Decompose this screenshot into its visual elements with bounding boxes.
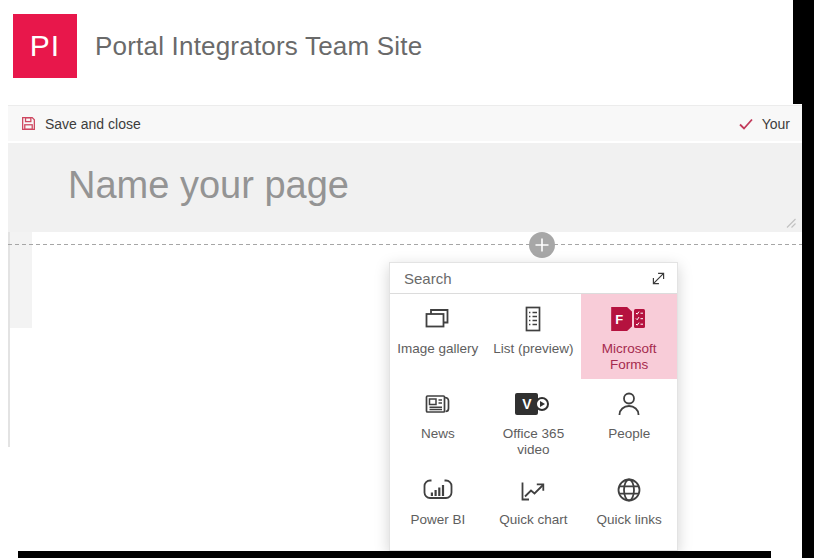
microsoft-forms-icon: F [611,304,647,334]
save-and-close-label: Save and close [45,116,141,132]
save-status-label: Your [762,116,790,132]
tile-label: Quick links [591,512,668,528]
tile-label: Power BI [404,512,471,528]
command-bar: Save and close Your [8,105,802,141]
tile-label: People [602,426,656,442]
webpart-tile-people[interactable]: People [581,379,677,464]
checkmark-icon [738,117,754,131]
crop-artifact-bottom [18,551,771,558]
webpart-tile-microsoft-forms[interactable]: F Microsoft Forms [581,294,677,379]
webpart-tile-news[interactable]: News [390,379,486,464]
tile-label: News [415,426,461,442]
save-status: Your [726,116,802,132]
tile-label: Microsoft Forms [581,341,677,373]
title-region: Name your page [8,143,802,232]
webpart-grid: Image gallery List (preview) F [390,294,677,550]
search-input[interactable] [390,263,677,293]
tile-label: Image gallery [391,341,484,357]
power-bi-icon [422,475,454,505]
expand-diagonal-icon [650,270,667,287]
office365-video-icon: V [515,389,551,419]
news-icon [422,389,454,419]
section-divider [8,244,802,245]
list-icon [517,304,549,334]
webpart-tile-power-bi[interactable]: Power BI [390,465,486,550]
site-header: PI Portal Integrators Team Site [0,0,814,97]
page-name-input[interactable]: Name your page [68,164,349,207]
expand-picker-button[interactable] [650,270,667,287]
tile-label: Quick chart [493,512,573,528]
section-left-margin [8,232,32,328]
webpart-tile-list-preview[interactable]: List (preview) [486,294,582,379]
quick-links-icon [613,475,645,505]
webpart-tile-quick-links[interactable]: Quick links [581,465,677,550]
picker-search-row [390,263,677,294]
resize-handle-icon[interactable] [786,218,796,228]
plus-icon [529,232,555,258]
webpart-picker-popup: Image gallery List (preview) F [389,262,678,551]
site-logo[interactable]: PI [13,14,77,78]
site-logo-text: PI [30,29,60,63]
page-title: Portal Integrators Team Site [95,0,422,92]
webpart-tile-image-gallery[interactable]: Image gallery [390,294,486,379]
save-and-close-button[interactable]: Save and close [8,115,153,132]
save-icon [20,115,37,132]
tile-label: Office 365 video [486,426,582,458]
webpart-tile-office365-video[interactable]: V Office 365 video [486,379,582,464]
tile-label: List (preview) [487,341,579,357]
image-gallery-icon [422,304,454,334]
people-icon [613,389,645,419]
crop-artifact-right [802,104,814,558]
crop-artifact-right-top [793,0,814,104]
canvas-left-edge [8,232,10,447]
add-webpart-button[interactable] [529,232,555,258]
quick-chart-icon [517,475,549,505]
webpart-tile-quick-chart[interactable]: Quick chart [486,465,582,550]
